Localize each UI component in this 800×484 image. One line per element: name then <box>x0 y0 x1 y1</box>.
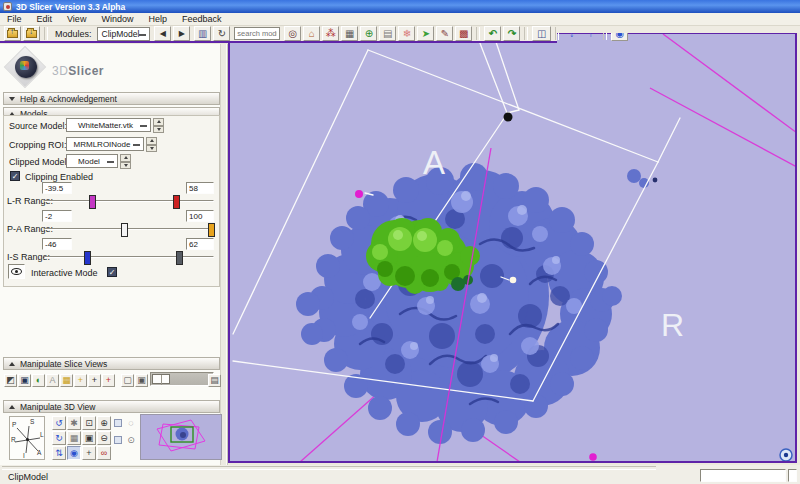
source-model-select[interactable]: WhiteMatter.vtk <box>66 118 151 132</box>
lr-range-slider[interactable] <box>44 200 214 202</box>
measurements-module-button[interactable]: ✎ <box>436 26 453 41</box>
pa-min-handle[interactable] <box>121 223 128 237</box>
frame-rate-checkbox[interactable] <box>114 436 122 444</box>
menu-view[interactable]: View <box>67 14 86 24</box>
lr-min-handle[interactable] <box>89 195 96 209</box>
slice-rotate-button[interactable]: ◐ <box>32 374 45 387</box>
lr-min-field[interactable]: -39.5 <box>42 182 72 194</box>
volumes-module-button[interactable]: ▦ <box>341 26 358 41</box>
look-from-axes-button[interactable]: ▦ <box>67 431 81 445</box>
slice-opacity-handle[interactable] <box>152 374 170 384</box>
lr-max-field[interactable]: 58 <box>186 182 214 194</box>
roi-handle-bottom-dot[interactable] <box>589 453 597 461</box>
cropping-roi-select[interactable]: MRMLROINode <box>66 137 144 151</box>
menu-edit[interactable]: Edit <box>37 14 53 24</box>
spin-view-button[interactable]: ✱ <box>67 416 81 430</box>
module-prev-button[interactable]: ◀ <box>154 26 171 41</box>
slice-opacity-slider[interactable] <box>150 372 214 386</box>
slice-crosshair-nav-button[interactable]: + <box>102 374 115 387</box>
source-model-stepper[interactable] <box>153 118 164 133</box>
pa-max-field[interactable]: 100 <box>186 210 214 222</box>
is-min-handle[interactable] <box>84 251 91 265</box>
is-range-slider[interactable] <box>44 256 214 258</box>
center-view-button[interactable]: ⊡ <box>82 416 96 430</box>
interactive-eye-button[interactable] <box>8 264 25 279</box>
orientation-compass[interactable]: P S L A I R <box>9 416 45 460</box>
tilt-view-button[interactable]: ⇅ <box>52 446 66 460</box>
compass-s: S <box>30 418 34 425</box>
menu-window[interactable]: Window <box>101 14 133 24</box>
is-min-field[interactable]: -46 <box>42 238 72 250</box>
pa-max-handle[interactable] <box>208 223 215 237</box>
rotate-left-button[interactable]: ↺ <box>52 416 66 430</box>
save-scene-button[interactable] <box>23 26 40 41</box>
undo-button[interactable]: ↶ <box>484 26 501 41</box>
slice-compare-button[interactable]: ▦ <box>60 374 73 387</box>
motion-blur-toggle[interactable]: ◌ <box>124 416 138 430</box>
cropping-roi-stepper[interactable] <box>146 137 157 152</box>
help-acknowledgement-header[interactable]: Help & Acknowledgement <box>3 92 220 105</box>
fiducials-module-button[interactable]: ⊕ <box>360 26 377 41</box>
transforms-module-button[interactable]: ▤ <box>379 26 396 41</box>
stereo-button[interactable]: ∞ <box>97 446 111 460</box>
rotate-right-button[interactable]: ↻ <box>52 431 66 445</box>
combo-indicator-icon <box>140 125 147 127</box>
clipping-enabled-checkbox[interactable]: ✓ <box>10 171 20 181</box>
view3d-header[interactable]: Manipulate 3D View <box>3 400 220 413</box>
redo-icon: ↷ <box>508 29 516 39</box>
slice-screenshot-button[interactable]: ▤ <box>208 374 221 387</box>
pa-range-slider[interactable] <box>44 228 214 230</box>
snapshot-button[interactable]: ▣ <box>82 431 96 445</box>
is-max-handle[interactable] <box>176 251 183 265</box>
save-snapshot-button[interactable]: ◫ <box>532 26 551 41</box>
slice-views-header[interactable]: Manipulate Slice Views <box>3 357 220 370</box>
pa-min-field[interactable]: -2 <box>42 210 72 222</box>
slice-label-opacity-button[interactable]: ▣ <box>135 374 148 387</box>
module-next-button[interactable]: ▶ <box>173 26 190 41</box>
view-corner-button[interactable] <box>780 449 792 461</box>
module-history-button[interactable]: ↻ <box>213 26 230 41</box>
navigation-preview[interactable] <box>140 414 222 460</box>
is-max-field[interactable]: 62 <box>186 238 214 250</box>
menu-help[interactable]: Help <box>148 14 167 24</box>
clipped-model-select[interactable]: Model <box>66 154 118 168</box>
roi-handle-center-dot[interactable] <box>510 277 517 284</box>
slice-fade-button[interactable]: ▢ <box>121 374 134 387</box>
redo-button[interactable]: ↷ <box>503 26 520 41</box>
motion-blur-checkbox[interactable] <box>114 419 122 427</box>
panel-scrollbar[interactable] <box>220 44 226 465</box>
visibility-button[interactable]: ◉ <box>67 446 81 460</box>
frame-rate-toggle[interactable]: ⊙ <box>124 433 138 447</box>
layout-button[interactable]: ▥ <box>194 26 211 41</box>
menu-file[interactable]: File <box>7 14 22 24</box>
zoom-in-button[interactable]: ⊕ <box>97 416 111 430</box>
slice-annotations-icon: A <box>49 376 55 385</box>
find-modules-button[interactable]: ◎ <box>284 26 301 41</box>
status-grip[interactable] <box>788 469 797 482</box>
slice-fit-button[interactable]: ▣ <box>18 374 31 387</box>
home-module-button[interactable]: ⌂ <box>303 26 320 41</box>
roi-handle-magenta-dot[interactable] <box>355 190 363 198</box>
slice-crosshair-soft-button[interactable]: + <box>74 374 87 387</box>
compass-r: R <box>11 436 16 443</box>
lr-max-handle[interactable] <box>173 195 180 209</box>
clipped-model-stepper[interactable] <box>120 154 131 169</box>
zoom-out-button[interactable]: ⊖ <box>97 431 111 445</box>
module-selector[interactable]: ClipModel <box>97 27 151 41</box>
slice-annotations-button[interactable]: A <box>46 374 59 387</box>
load-scene-button[interactable] <box>4 26 21 41</box>
editor-module-button[interactable]: ❄ <box>398 26 415 41</box>
pick-mode-button[interactable]: + <box>82 446 96 460</box>
slice-crosshair-button[interactable]: + <box>88 374 101 387</box>
slice-visibility-button[interactable]: ◩ <box>4 374 17 387</box>
models-module-button[interactable]: ➤ <box>417 26 434 41</box>
roi-handle-black-dot[interactable] <box>504 113 513 122</box>
menu-feedback[interactable]: Feedback <box>182 14 222 24</box>
interactive-mode-checkbox[interactable]: ✓ <box>107 267 117 277</box>
viewport-3d[interactable]: A R <box>228 32 797 463</box>
search-modules-input[interactable] <box>234 27 280 40</box>
all-modules-button[interactable]: ⁂ <box>322 26 339 41</box>
crosshair-soft-icon: + <box>78 376 83 385</box>
title-bar: 3D Slicer Version 3.3 Alpha <box>0 0 800 13</box>
colors-module-button[interactable]: ▩ <box>455 26 472 41</box>
